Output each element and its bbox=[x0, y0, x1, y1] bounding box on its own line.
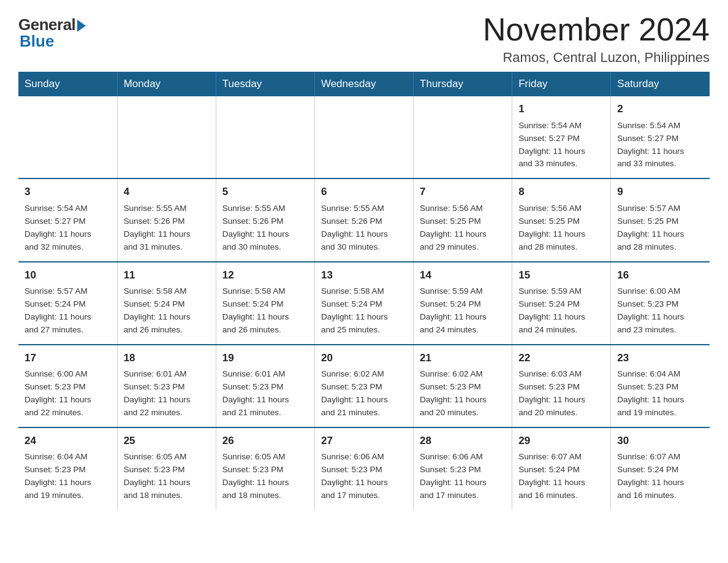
header-thursday: Thursday bbox=[414, 72, 512, 96]
calendar-cell: 27Sunrise: 6:06 AMSunset: 5:23 PMDayligh… bbox=[314, 427, 413, 510]
day-info: Sunrise: 6:01 AMSunset: 5:23 PMDaylight:… bbox=[124, 368, 210, 419]
calendar-header: SundayMondayTuesdayWednesdayThursdayFrid… bbox=[18, 72, 710, 96]
calendar-cell: 12Sunrise: 5:58 AMSunset: 5:24 PMDayligh… bbox=[216, 262, 314, 345]
week-row-2: 3Sunrise: 5:54 AMSunset: 5:27 PMDaylight… bbox=[18, 178, 710, 261]
day-info: Sunrise: 5:57 AMSunset: 5:25 PMDaylight:… bbox=[617, 202, 703, 254]
calendar-cell: 3Sunrise: 5:54 AMSunset: 5:27 PMDaylight… bbox=[18, 178, 117, 261]
calendar-cell: 15Sunrise: 5:59 AMSunset: 5:24 PMDayligh… bbox=[512, 262, 611, 345]
calendar-cell bbox=[314, 96, 413, 178]
day-number: 10 bbox=[25, 267, 111, 283]
calendar-cell: 29Sunrise: 6:07 AMSunset: 5:24 PMDayligh… bbox=[512, 427, 611, 510]
day-number: 9 bbox=[617, 184, 703, 200]
day-info: Sunrise: 6:03 AMSunset: 5:23 PMDaylight:… bbox=[518, 368, 604, 419]
day-number: 30 bbox=[617, 433, 703, 449]
day-number: 14 bbox=[420, 267, 506, 283]
day-info: Sunrise: 6:07 AMSunset: 5:24 PMDaylight:… bbox=[617, 451, 703, 502]
week-row-1: 1Sunrise: 5:54 AMSunset: 5:27 PMDaylight… bbox=[18, 96, 710, 178]
calendar-cell: 30Sunrise: 6:07 AMSunset: 5:24 PMDayligh… bbox=[611, 427, 710, 510]
day-number: 6 bbox=[321, 184, 407, 200]
day-number: 16 bbox=[617, 267, 703, 283]
calendar-cell: 8Sunrise: 5:56 AMSunset: 5:25 PMDaylight… bbox=[512, 178, 611, 261]
logo-blue-text: Blue bbox=[20, 32, 54, 51]
day-info: Sunrise: 5:59 AMSunset: 5:24 PMDaylight:… bbox=[518, 285, 604, 337]
day-info: Sunrise: 5:57 AMSunset: 5:24 PMDaylight:… bbox=[25, 285, 111, 337]
calendar-cell: 16Sunrise: 6:00 AMSunset: 5:23 PMDayligh… bbox=[611, 262, 710, 345]
day-number: 21 bbox=[420, 350, 506, 366]
header-sunday: Sunday bbox=[18, 72, 117, 96]
calendar-cell: 9Sunrise: 5:57 AMSunset: 5:25 PMDaylight… bbox=[611, 178, 710, 261]
day-number: 5 bbox=[222, 184, 308, 200]
logo: General Blue bbox=[18, 12, 86, 51]
page-title: November 2024 bbox=[483, 12, 710, 47]
day-info: Sunrise: 5:55 AMSunset: 5:26 PMDaylight:… bbox=[124, 202, 210, 254]
calendar-cell: 17Sunrise: 6:00 AMSunset: 5:23 PMDayligh… bbox=[18, 345, 117, 427]
week-row-3: 10Sunrise: 5:57 AMSunset: 5:24 PMDayligh… bbox=[18, 262, 710, 345]
day-info: Sunrise: 6:05 AMSunset: 5:23 PMDaylight:… bbox=[222, 451, 308, 502]
day-info: Sunrise: 6:02 AMSunset: 5:23 PMDaylight:… bbox=[321, 368, 407, 419]
day-number: 12 bbox=[222, 267, 308, 283]
calendar-header-row: SundayMondayTuesdayWednesdayThursdayFrid… bbox=[18, 72, 710, 96]
day-info: Sunrise: 6:04 AMSunset: 5:23 PMDaylight:… bbox=[25, 451, 111, 502]
header-wednesday: Wednesday bbox=[314, 72, 413, 96]
header-monday: Monday bbox=[117, 72, 216, 96]
day-info: Sunrise: 5:56 AMSunset: 5:25 PMDaylight:… bbox=[518, 202, 604, 254]
day-info: Sunrise: 5:54 AMSunset: 5:27 PMDaylight:… bbox=[25, 202, 111, 254]
header-saturday: Saturday bbox=[611, 72, 710, 96]
day-number: 17 bbox=[25, 350, 111, 366]
calendar-cell: 23Sunrise: 6:04 AMSunset: 5:23 PMDayligh… bbox=[611, 345, 710, 427]
calendar-cell: 11Sunrise: 5:58 AMSunset: 5:24 PMDayligh… bbox=[117, 262, 216, 345]
day-number: 28 bbox=[420, 433, 506, 449]
day-number: 3 bbox=[25, 184, 111, 200]
day-number: 13 bbox=[321, 267, 407, 283]
day-number: 18 bbox=[124, 350, 210, 366]
day-number: 2 bbox=[617, 101, 703, 117]
calendar-cell: 6Sunrise: 5:55 AMSunset: 5:26 PMDaylight… bbox=[314, 178, 413, 261]
calendar-cell: 21Sunrise: 6:02 AMSunset: 5:23 PMDayligh… bbox=[414, 345, 512, 427]
calendar-cell bbox=[414, 96, 512, 178]
day-number: 20 bbox=[321, 350, 407, 366]
calendar-cell: 4Sunrise: 5:55 AMSunset: 5:26 PMDaylight… bbox=[117, 178, 216, 261]
calendar-cell: 1Sunrise: 5:54 AMSunset: 5:27 PMDaylight… bbox=[512, 96, 611, 178]
page-subtitle: Ramos, Central Luzon, Philippines bbox=[483, 50, 710, 66]
calendar-cell: 22Sunrise: 6:03 AMSunset: 5:23 PMDayligh… bbox=[512, 345, 611, 427]
calendar-cell: 10Sunrise: 5:57 AMSunset: 5:24 PMDayligh… bbox=[18, 262, 117, 345]
day-number: 15 bbox=[518, 267, 604, 283]
day-info: Sunrise: 6:04 AMSunset: 5:23 PMDaylight:… bbox=[617, 368, 703, 419]
day-info: Sunrise: 5:54 AMSunset: 5:27 PMDaylight:… bbox=[518, 120, 604, 171]
day-info: Sunrise: 5:55 AMSunset: 5:26 PMDaylight:… bbox=[222, 202, 308, 254]
logo-arrow-icon bbox=[77, 20, 86, 32]
day-number: 19 bbox=[222, 350, 308, 366]
day-info: Sunrise: 6:00 AMSunset: 5:23 PMDaylight:… bbox=[25, 368, 111, 419]
day-number: 4 bbox=[124, 184, 210, 200]
header-tuesday: Tuesday bbox=[216, 72, 314, 96]
calendar-cell: 19Sunrise: 6:01 AMSunset: 5:23 PMDayligh… bbox=[216, 345, 314, 427]
calendar-cell: 18Sunrise: 6:01 AMSunset: 5:23 PMDayligh… bbox=[117, 345, 216, 427]
day-info: Sunrise: 6:05 AMSunset: 5:23 PMDaylight:… bbox=[124, 451, 210, 502]
calendar-cell: 5Sunrise: 5:55 AMSunset: 5:26 PMDaylight… bbox=[216, 178, 314, 261]
calendar-cell: 28Sunrise: 6:06 AMSunset: 5:23 PMDayligh… bbox=[414, 427, 512, 510]
calendar-cell bbox=[216, 96, 314, 178]
day-info: Sunrise: 5:56 AMSunset: 5:25 PMDaylight:… bbox=[420, 202, 506, 254]
day-number: 27 bbox=[321, 433, 407, 449]
week-row-4: 17Sunrise: 6:00 AMSunset: 5:23 PMDayligh… bbox=[18, 345, 710, 427]
calendar-cell: 14Sunrise: 5:59 AMSunset: 5:24 PMDayligh… bbox=[414, 262, 512, 345]
day-info: Sunrise: 6:06 AMSunset: 5:23 PMDaylight:… bbox=[321, 451, 407, 502]
calendar-cell: 13Sunrise: 5:58 AMSunset: 5:24 PMDayligh… bbox=[314, 262, 413, 345]
day-number: 29 bbox=[518, 433, 604, 449]
calendar-cell bbox=[117, 96, 216, 178]
calendar-cell: 26Sunrise: 6:05 AMSunset: 5:23 PMDayligh… bbox=[216, 427, 314, 510]
day-info: Sunrise: 6:00 AMSunset: 5:23 PMDaylight:… bbox=[617, 285, 703, 337]
page-header: General Blue November 2024 Ramos, Centra… bbox=[18, 12, 710, 66]
day-info: Sunrise: 5:58 AMSunset: 5:24 PMDaylight:… bbox=[321, 285, 407, 337]
day-info: Sunrise: 6:01 AMSunset: 5:23 PMDaylight:… bbox=[222, 368, 308, 419]
day-number: 22 bbox=[518, 350, 604, 366]
calendar-cell: 24Sunrise: 6:04 AMSunset: 5:23 PMDayligh… bbox=[18, 427, 117, 510]
calendar-cell: 25Sunrise: 6:05 AMSunset: 5:23 PMDayligh… bbox=[117, 427, 216, 510]
day-info: Sunrise: 5:58 AMSunset: 5:24 PMDaylight:… bbox=[124, 285, 210, 337]
calendar-cell: 2Sunrise: 5:54 AMSunset: 5:27 PMDaylight… bbox=[611, 96, 710, 178]
calendar-cell: 20Sunrise: 6:02 AMSunset: 5:23 PMDayligh… bbox=[314, 345, 413, 427]
week-row-5: 24Sunrise: 6:04 AMSunset: 5:23 PMDayligh… bbox=[18, 427, 710, 510]
calendar-body: 1Sunrise: 5:54 AMSunset: 5:27 PMDaylight… bbox=[18, 96, 710, 510]
day-number: 24 bbox=[25, 433, 111, 449]
day-info: Sunrise: 6:02 AMSunset: 5:23 PMDaylight:… bbox=[420, 368, 506, 419]
